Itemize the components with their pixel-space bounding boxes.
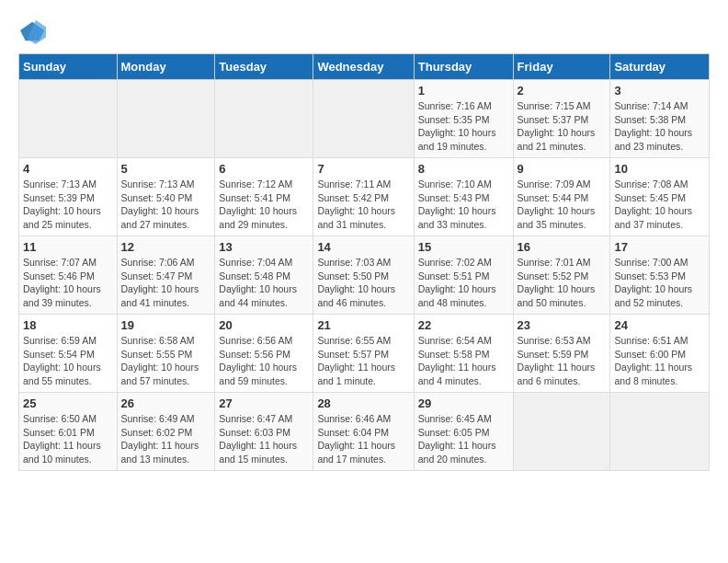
day-number: 14 [317,240,409,254]
calendar-cell [117,80,215,158]
calendar-cell: 11Sunrise: 7:07 AM Sunset: 5:46 PM Dayli… [19,236,118,315]
calendar-cell: 2Sunrise: 7:15 AM Sunset: 5:37 PM Daylig… [513,80,610,158]
day-info: Sunrise: 7:13 AM Sunset: 5:39 PM Dayligh… [23,178,113,232]
day-info: Sunrise: 6:56 AM Sunset: 5:56 PM Dayligh… [219,334,309,388]
calendar-cell [610,393,710,471]
calendar-cell: 5Sunrise: 7:13 AM Sunset: 5:40 PM Daylig… [117,158,215,236]
calendar-cell: 27Sunrise: 6:47 AM Sunset: 6:03 PM Dayli… [215,393,313,471]
calendar-week-1: 1Sunrise: 7:16 AM Sunset: 5:35 PM Daylig… [19,80,710,158]
day-info: Sunrise: 7:13 AM Sunset: 5:40 PM Dayligh… [121,178,211,232]
calendar-cell: 17Sunrise: 7:00 AM Sunset: 5:53 PM Dayli… [610,236,710,315]
day-info: Sunrise: 6:55 AM Sunset: 5:57 PM Dayligh… [317,334,409,388]
day-info: Sunrise: 7:01 AM Sunset: 5:52 PM Dayligh… [518,256,607,310]
calendar-cell: 13Sunrise: 7:04 AM Sunset: 5:48 PM Dayli… [215,236,313,315]
day-info: Sunrise: 7:07 AM Sunset: 5:46 PM Dayligh… [23,256,113,310]
calendar-cell: 19Sunrise: 6:58 AM Sunset: 5:55 PM Dayli… [117,315,215,393]
day-number: 20 [219,318,309,332]
logo-icon [20,18,46,44]
page-header [18,18,710,44]
calendar-cell: 1Sunrise: 7:16 AM Sunset: 5:35 PM Daylig… [414,80,513,158]
day-info: Sunrise: 7:08 AM Sunset: 5:45 PM Dayligh… [614,178,705,232]
day-info: Sunrise: 6:58 AM Sunset: 5:55 PM Dayligh… [121,334,211,388]
calendar-header-tuesday: Tuesday [215,54,313,80]
day-info: Sunrise: 7:15 AM Sunset: 5:37 PM Dayligh… [518,99,607,154]
day-number: 11 [23,240,113,254]
logo [18,18,46,44]
day-number: 29 [418,396,509,410]
day-info: Sunrise: 7:14 AM Sunset: 5:38 PM Dayligh… [614,99,705,154]
day-number: 22 [418,318,509,332]
calendar-cell: 24Sunrise: 6:51 AM Sunset: 6:00 PM Dayli… [610,315,710,393]
day-number: 25 [23,396,113,410]
day-number: 28 [317,396,409,410]
day-number: 9 [518,162,607,176]
calendar-header-thursday: Thursday [414,54,513,80]
day-info: Sunrise: 6:51 AM Sunset: 6:00 PM Dayligh… [614,334,705,388]
calendar-cell: 20Sunrise: 6:56 AM Sunset: 5:56 PM Dayli… [215,315,313,393]
day-info: Sunrise: 7:10 AM Sunset: 5:43 PM Dayligh… [418,178,509,232]
day-number: 5 [121,162,211,176]
day-number: 27 [219,396,309,410]
calendar-body: 1Sunrise: 7:16 AM Sunset: 5:35 PM Daylig… [19,80,710,471]
day-info: Sunrise: 6:46 AM Sunset: 6:04 PM Dayligh… [317,412,409,466]
day-number: 8 [418,162,509,176]
day-info: Sunrise: 6:59 AM Sunset: 5:54 PM Dayligh… [23,334,113,388]
day-number: 12 [121,240,211,254]
calendar-cell [215,80,313,158]
calendar-cell: 14Sunrise: 7:03 AM Sunset: 5:50 PM Dayli… [313,236,414,315]
calendar-cell: 6Sunrise: 7:12 AM Sunset: 5:41 PM Daylig… [215,158,313,236]
day-number: 17 [614,240,705,254]
calendar-cell: 4Sunrise: 7:13 AM Sunset: 5:39 PM Daylig… [19,158,118,236]
calendar-header-sunday: Sunday [19,54,118,80]
calendar-cell: 9Sunrise: 7:09 AM Sunset: 5:44 PM Daylig… [513,158,610,236]
calendar-cell: 8Sunrise: 7:10 AM Sunset: 5:43 PM Daylig… [414,158,513,236]
day-info: Sunrise: 7:09 AM Sunset: 5:44 PM Dayligh… [518,178,607,232]
calendar-cell: 7Sunrise: 7:11 AM Sunset: 5:42 PM Daylig… [313,158,414,236]
calendar-week-2: 4Sunrise: 7:13 AM Sunset: 5:39 PM Daylig… [19,158,710,236]
day-info: Sunrise: 7:11 AM Sunset: 5:42 PM Dayligh… [317,178,409,232]
calendar-cell [313,80,414,158]
day-number: 3 [614,84,705,98]
calendar-week-3: 11Sunrise: 7:07 AM Sunset: 5:46 PM Dayli… [19,236,710,315]
day-info: Sunrise: 7:06 AM Sunset: 5:47 PM Dayligh… [121,256,211,310]
calendar-cell: 26Sunrise: 6:49 AM Sunset: 6:02 PM Dayli… [117,393,215,471]
day-info: Sunrise: 7:04 AM Sunset: 5:48 PM Dayligh… [219,256,309,310]
day-info: Sunrise: 6:49 AM Sunset: 6:02 PM Dayligh… [121,412,211,466]
day-number: 24 [614,318,705,332]
day-number: 4 [23,162,113,176]
day-info: Sunrise: 7:03 AM Sunset: 5:50 PM Dayligh… [317,256,409,310]
day-info: Sunrise: 7:00 AM Sunset: 5:53 PM Dayligh… [614,256,705,310]
calendar-cell: 23Sunrise: 6:53 AM Sunset: 5:59 PM Dayli… [513,315,610,393]
day-info: Sunrise: 6:53 AM Sunset: 5:59 PM Dayligh… [518,334,607,388]
day-number: 19 [121,318,211,332]
calendar-week-4: 18Sunrise: 6:59 AM Sunset: 5:54 PM Dayli… [19,315,710,393]
calendar-cell: 18Sunrise: 6:59 AM Sunset: 5:54 PM Dayli… [19,315,118,393]
calendar-cell: 25Sunrise: 6:50 AM Sunset: 6:01 PM Dayli… [19,393,118,471]
calendar-cell: 3Sunrise: 7:14 AM Sunset: 5:38 PM Daylig… [610,80,710,158]
day-number: 7 [317,162,409,176]
calendar-table: SundayMondayTuesdayWednesdayThursdayFrid… [18,53,710,471]
day-info: Sunrise: 6:50 AM Sunset: 6:01 PM Dayligh… [23,412,113,466]
calendar-cell: 21Sunrise: 6:55 AM Sunset: 5:57 PM Dayli… [313,315,414,393]
day-number: 26 [121,396,211,410]
day-number: 10 [614,162,705,176]
calendar-header-wednesday: Wednesday [313,54,414,80]
day-number: 13 [219,240,309,254]
day-info: Sunrise: 7:16 AM Sunset: 5:35 PM Dayligh… [418,99,509,154]
calendar-cell: 12Sunrise: 7:06 AM Sunset: 5:47 PM Dayli… [117,236,215,315]
calendar-cell: 16Sunrise: 7:01 AM Sunset: 5:52 PM Dayli… [513,236,610,315]
day-number: 18 [23,318,113,332]
calendar-cell [513,393,610,471]
calendar-cell: 15Sunrise: 7:02 AM Sunset: 5:51 PM Dayli… [414,236,513,315]
day-number: 1 [418,84,509,98]
calendar-header-friday: Friday [513,54,610,80]
day-info: Sunrise: 6:54 AM Sunset: 5:58 PM Dayligh… [418,334,509,388]
day-number: 21 [317,318,409,332]
day-info: Sunrise: 6:45 AM Sunset: 6:05 PM Dayligh… [418,412,509,466]
day-info: Sunrise: 7:12 AM Sunset: 5:41 PM Dayligh… [219,178,309,232]
calendar-header-monday: Monday [117,54,215,80]
calendar-cell: 22Sunrise: 6:54 AM Sunset: 5:58 PM Dayli… [414,315,513,393]
calendar-cell [19,80,118,158]
calendar-header-row: SundayMondayTuesdayWednesdayThursdayFrid… [19,54,710,80]
day-number: 23 [518,318,607,332]
